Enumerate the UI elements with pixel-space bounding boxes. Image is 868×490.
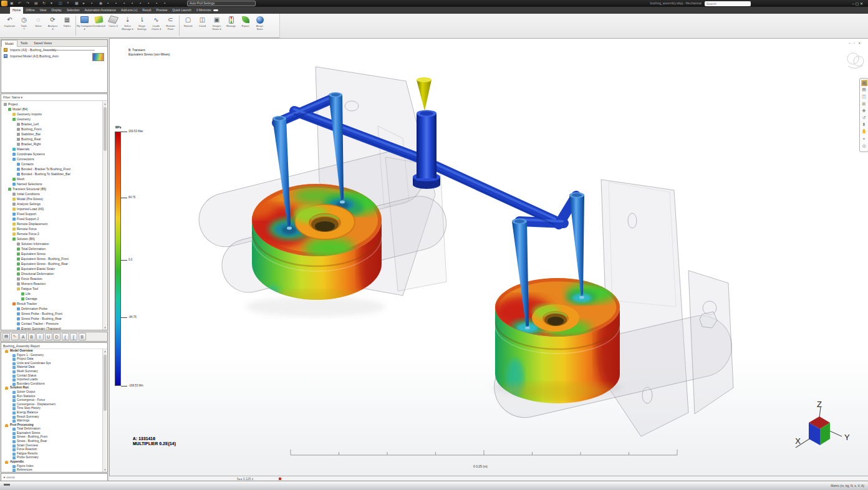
ribbon-button-duplicate[interactable]: ↶Duplicate — [2, 15, 17, 27]
menu-tab-view[interactable]: View — [37, 7, 49, 14]
outline-item[interactable]: Equivalent Elastic Strain — [1, 266, 104, 271]
report-item[interactable]: Total Deformation — [1, 427, 104, 431]
menu-tab-automation-assistance[interactable]: Automation Assistance — [82, 7, 118, 14]
report-item[interactable]: References — [1, 468, 104, 473]
menu-tab--minimize[interactable]: 0 Minimize — [194, 7, 214, 14]
menu-tab-result[interactable]: Result — [140, 7, 153, 14]
outline-item[interactable]: Fixed Support 2 — [1, 216, 104, 221]
imports-row[interactable]: Imports (A3) - Bushing_Assembly — [1, 47, 107, 53]
outline-item[interactable]: Coordinate Systems — [1, 151, 104, 156]
report-item[interactable]: Probe Summary — [1, 456, 104, 460]
nav-icon-7[interactable]: ✋ — [861, 128, 867, 135]
nav-icon-9[interactable]: ◎ — [861, 143, 867, 149]
outline-item[interactable]: Energy Summary (Transient) — [1, 326, 104, 330]
outline-item[interactable]: Result Tracker — [1, 301, 104, 306]
grid-icon[interactable]: ▦ — [75, 0, 79, 7]
open-icon[interactable]: ▤ — [34, 0, 38, 7]
outline-item[interactable]: Solution (B6) — [1, 236, 104, 241]
ribbon-button-distributed[interactable]: Distributed — [92, 15, 106, 27]
triad[interactable]: Z Y X — [795, 400, 850, 448]
outline-item[interactable]: Contact Tracker - Pressure — [1, 321, 104, 326]
menu-tab-add-ons-[interactable]: Add-ons (+) — [118, 7, 140, 14]
save-icon[interactable]: ▣ — [10, 0, 14, 7]
window-controls[interactable]: – ▢ ✕ — [852, 1, 863, 6]
report-item[interactable]: Convergence - Displacement — [1, 403, 104, 407]
ribbon-button-export[interactable]: Export — [238, 15, 253, 27]
gear-icon[interactable]: ▪ — [164, 0, 165, 7]
ribbon-button-cores-4[interactable]: Cores 4 — [106, 15, 120, 27]
outline-item[interactable]: Connections — [1, 156, 104, 161]
report-group[interactable]: Solution Run — [1, 386, 104, 390]
outline-filter[interactable]: Filter: Name ▾ — [1, 94, 107, 101]
outline-item[interactable]: Bracket_Right — [1, 142, 104, 147]
sel-icon[interactable]: ▪ — [123, 0, 125, 7]
nav-icon-5[interactable]: ↺ — [861, 115, 867, 121]
outline-item[interactable]: Stress Probe - Bushing_Rear — [1, 316, 104, 321]
profile-dropdown[interactable]: Auto Prof Settings — [187, 1, 256, 6]
ribbon-button-remote[interactable]: ⊂RemotePoint — [163, 15, 178, 31]
ribbon-button-manage[interactable]: Manage — [224, 15, 238, 27]
format-button-1[interactable]: ✎ — [11, 333, 19, 340]
stop-icon[interactable]: ▪ — [91, 0, 92, 7]
format-button-4[interactable]: I — [36, 333, 44, 340]
outline-item[interactable]: Directional Deformation — [1, 271, 104, 276]
report-item[interactable]: Time Step History — [1, 406, 104, 411]
imports-row[interactable]: Imported Model (A3) Bushing_Asm — [1, 53, 107, 59]
outline-item[interactable]: Stress Probe - Bushing_Front — [1, 311, 104, 316]
report-item[interactable]: Solver Output — [1, 390, 104, 395]
outline-item[interactable]: Equivalent Stress - Bushing_Front — [1, 256, 104, 261]
report-item[interactable]: Boundary Conditions — [1, 382, 104, 387]
report-group[interactable]: Appendix — [1, 460, 104, 464]
outline-item[interactable]: Contacts — [1, 161, 104, 166]
ribbon-button-solve[interactable]: ◌Solve — [31, 15, 46, 27]
outline-item[interactable]: Model (B4) — [1, 107, 104, 112]
viewport-window-controls[interactable]: ‒ ▫ ✕ — [849, 41, 862, 45]
nav-icon-3[interactable]: ⊞ — [861, 101, 867, 107]
report-item[interactable]: Convergence - Force — [1, 398, 104, 403]
ribbon-button-loads[interactable]: ∿LoadsCharts ▾ — [149, 15, 163, 31]
play-icon[interactable]: ▸ — [83, 0, 85, 7]
menu-tab-quick-launch[interactable]: Quick Launch — [170, 7, 194, 14]
report-item[interactable]: Strain Overview — [1, 444, 104, 448]
model-viewport[interactable]: Z Y X B: Transient Equivalent Stress (vo… — [109, 38, 868, 476]
outline-item[interactable]: Mesh — [1, 176, 104, 181]
cam-icon[interactable]: ◉ — [99, 0, 102, 7]
outline-item[interactable]: Geometry Imports — [1, 112, 104, 117]
ribbon-button-tables[interactable]: ▦Tables — [60, 15, 74, 27]
outline-item[interactable]: Named Selections — [1, 181, 104, 186]
report-item[interactable]: Units and Coordinate Sys — [1, 362, 104, 366]
imports-tab-saved-views[interactable]: Saved Views — [31, 40, 55, 47]
menu-tab-selection[interactable]: Selection — [64, 7, 82, 14]
outline-item[interactable]: Transient Structural (B5) — [1, 186, 104, 191]
outline-item[interactable]: Damage — [1, 296, 104, 301]
outline-item[interactable]: Modal (Pre-Stress) — [1, 196, 104, 201]
layout-icon[interactable]: ◫ — [59, 0, 62, 7]
outline-item[interactable]: Fixed Support — [1, 211, 104, 216]
search-input[interactable]: Search — [705, 1, 751, 6]
outline-scrollbar[interactable]: ▲▼ — [102, 102, 107, 330]
outline-item[interactable]: Fatigue Tool — [1, 286, 104, 291]
imports-tab-model[interactable]: Model — [1, 40, 17, 47]
ribbon-button-ansys[interactable]: AnsysStore — [253, 15, 267, 31]
report-item[interactable]: Stress - Bushing_Rear — [1, 440, 104, 444]
outline-item[interactable]: Force Reaction — [1, 276, 104, 281]
outline-item[interactable]: Stabilizer_Bar — [1, 132, 104, 137]
help-icon[interactable]: ? — [67, 0, 69, 7]
format-button-5[interactable]: U — [45, 333, 52, 340]
report-item[interactable]: Fatigue Results — [1, 452, 104, 456]
outline-item[interactable]: Analysis Settings — [1, 201, 104, 206]
ribbon-button-coord[interactable]: ◫Coord — [195, 15, 210, 27]
pin-icon[interactable]: ▾ — [51, 0, 52, 7]
nav-icon-1[interactable]: ▤ — [861, 87, 867, 93]
format-button-0[interactable]: ▤ — [2, 333, 10, 340]
outline-item[interactable]: Moment Reaction — [1, 281, 104, 286]
outline-item[interactable]: Remote Force 2 — [1, 231, 104, 236]
outline-item[interactable]: Bushing_Rear — [1, 137, 104, 142]
report-item[interactable]: Equivalent Stress — [1, 431, 104, 436]
link-icon[interactable]: ▪ — [156, 0, 157, 7]
ribbon-button-solve[interactable]: ⇣SolveManage ▾ — [120, 15, 135, 31]
ribbon-collapse-button[interactable] — [213, 9, 218, 11]
report-item[interactable]: Stress - Bushing_Front — [1, 435, 104, 440]
outline-item[interactable]: Bracket_Left — [1, 122, 104, 127]
redo-icon[interactable]: ↷ — [26, 0, 29, 7]
